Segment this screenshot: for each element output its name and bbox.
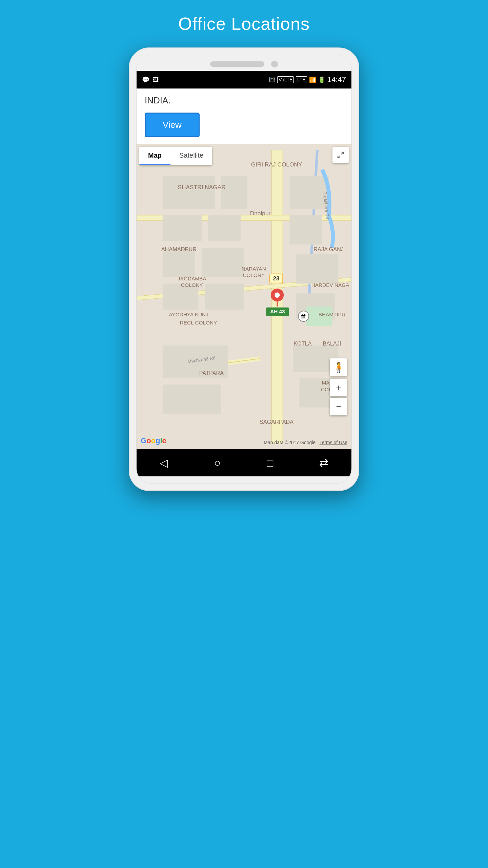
svg-rect-16 [205, 284, 244, 310]
map-controls: 🧍 + − [330, 358, 347, 415]
map-container: Map Satellite [137, 144, 351, 449]
app-content: INDIA. View Map Satellite [137, 88, 351, 449]
svg-rect-11 [163, 215, 202, 241]
svg-text:RAJA GANJ: RAJA GANJ [313, 246, 344, 252]
svg-rect-13 [163, 248, 195, 277]
street-view-button[interactable]: 🧍 [330, 358, 347, 376]
google-brand: Google [141, 436, 166, 445]
map-tabs: Map Satellite [139, 147, 212, 165]
speaker [210, 61, 264, 67]
svg-text:SAGARPADA: SAGARPADA [260, 419, 294, 425]
svg-text:COLONY: COLONY [243, 272, 265, 278]
signal-icon: 📶 [309, 76, 316, 83]
svg-rect-10 [221, 176, 247, 209]
svg-rect-14 [202, 248, 244, 277]
battery-icon: 🔋 [318, 76, 325, 83]
tab-map[interactable]: Map [139, 147, 170, 165]
svg-text:23: 23 [273, 275, 279, 282]
svg-rect-12 [208, 215, 241, 241]
time-display: 14:47 [327, 75, 346, 84]
svg-rect-9 [163, 176, 215, 209]
fullscreen-button[interactable] [332, 147, 349, 163]
svg-text:GIRI RAJ COLONY: GIRI RAJ COLONY [251, 161, 302, 168]
svg-rect-22 [163, 384, 221, 414]
terms-link[interactable]: Terms of Use [320, 440, 347, 445]
cast-button[interactable]: ⇄ [319, 456, 328, 469]
svg-text:HARDEV NAGA: HARDEV NAGA [311, 282, 350, 288]
svg-line-0 [341, 152, 343, 154]
tab-satellite[interactable]: Satellite [170, 147, 212, 165]
svg-point-29 [274, 293, 280, 298]
status-icons-left: 💬 🖼 [142, 76, 159, 83]
message-icon: 💬 [142, 76, 149, 83]
svg-rect-19 [296, 254, 339, 283]
phone-frame: 💬 🖼 📳 VoLTE LTE 📶 🔋 14:47 INDIA. View [129, 47, 359, 491]
google-logo: Google [141, 436, 166, 445]
svg-text:AH 43: AH 43 [270, 309, 285, 314]
svg-text:BHAMTIPU: BHAMTIPU [319, 312, 345, 317]
svg-line-1 [338, 156, 340, 158]
recents-button[interactable]: □ [267, 457, 273, 469]
volte-label: VoLTE [277, 76, 294, 83]
nav-bar: ◁ ○ □ ⇄ [137, 449, 351, 476]
page-title: Office Locations [178, 14, 310, 34]
svg-text:PATPARA: PATPARA [199, 370, 224, 376]
map-attribution: Map data ©2017 Google Terms of Use [264, 440, 347, 445]
svg-text:Dholpur: Dholpur [250, 210, 271, 217]
svg-text:SHASTRI NAGAR: SHASTRI NAGAR [178, 184, 226, 191]
phone-top [137, 55, 351, 71]
lte-label: LTE [296, 76, 307, 83]
svg-text:AHAMADPUR: AHAMADPUR [161, 246, 197, 252]
svg-text:BALAJI: BALAJI [323, 340, 341, 347]
svg-text:COLONY: COLONY [181, 282, 203, 288]
svg-text:🏛: 🏛 [301, 314, 306, 319]
back-button[interactable]: ◁ [160, 456, 168, 469]
map-visual: 23 AH 43 🏛 GIRI RAJ COLONY SHASTRI NAGAR… [137, 144, 351, 449]
map-data-text: Map data ©2017 Google [264, 440, 316, 445]
svg-text:RECL COLONY: RECL COLONY [180, 320, 217, 326]
zoom-in-button[interactable]: + [330, 379, 347, 396]
camera [271, 61, 278, 67]
zoom-out-button[interactable]: − [330, 398, 347, 415]
home-button[interactable]: ○ [214, 457, 221, 469]
svg-text:JAGDAMBA: JAGDAMBA [178, 276, 206, 281]
location-label: INDIA. [137, 88, 351, 109]
status-bar: 💬 🖼 📳 VoLTE LTE 📶 🔋 14:47 [137, 71, 351, 88]
status-icons-right: 📳 VoLTE LTE 📶 🔋 14:47 [269, 75, 346, 84]
phone-bottom [137, 476, 351, 483]
svg-text:NARAYAN: NARAYAN [242, 266, 266, 272]
vibrate-icon: 📳 [269, 77, 275, 83]
svg-text:AYODHYA KUNJ: AYODHYA KUNJ [169, 312, 208, 317]
view-button[interactable]: View [145, 113, 200, 137]
image-icon: 🖼 [153, 76, 159, 83]
svg-text:KOTLA: KOTLA [293, 340, 312, 347]
svg-rect-18 [289, 215, 322, 244]
